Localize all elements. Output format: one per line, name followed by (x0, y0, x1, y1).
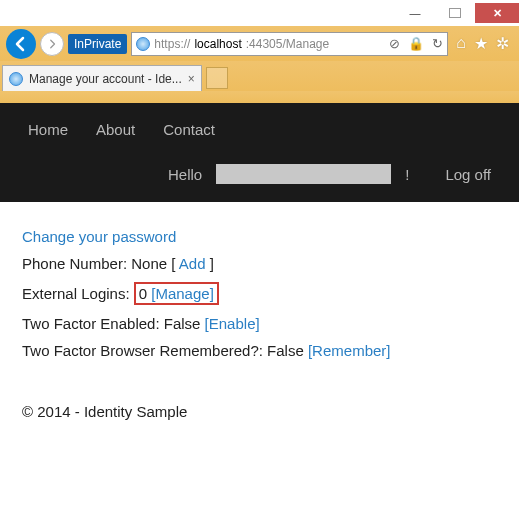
manage-content: Change your password Phone Number: None … (0, 202, 519, 436)
forward-button[interactable] (40, 32, 64, 56)
browser-tab[interactable]: Manage your account - Ide... × (2, 65, 202, 91)
new-tab-button[interactable] (206, 67, 228, 89)
tfb-label: Two Factor Browser Remembered?: (22, 342, 267, 359)
external-logins-label: External Logins: (22, 285, 130, 302)
site-navbar: Home About Contact Hello ! Log off (0, 103, 519, 202)
page-viewport: Home About Contact Hello ! Log off Chang… (0, 103, 519, 529)
logoff-link[interactable]: Log off (445, 166, 491, 183)
tfe-enable-link[interactable]: [Enable] (205, 315, 260, 332)
gear-icon[interactable]: ✲ (496, 34, 509, 53)
chrome-right-icons: ⌂ ★ ✲ (452, 34, 513, 53)
tab-favicon-icon (9, 72, 23, 86)
change-password-link[interactable]: Change your password (22, 228, 176, 245)
tab-strip: Manage your account - Ide... × (0, 61, 519, 91)
tfe-value: False (164, 315, 201, 332)
external-logins-highlight: 0 [Manage] (134, 282, 219, 305)
nav-home[interactable]: Home (28, 121, 68, 138)
tfb-remember-link[interactable]: [Remember] (308, 342, 391, 359)
external-logins-row: External Logins: 0 [Manage] (22, 282, 497, 305)
tfb-value: False (267, 342, 304, 359)
greeting-excl: ! (405, 166, 409, 183)
refresh-icon[interactable]: ↻ (432, 36, 443, 51)
phone-value: None (131, 255, 167, 272)
favorites-star-icon[interactable]: ★ (474, 34, 488, 53)
bracket-open: [ (167, 255, 179, 272)
phone-add-link[interactable]: Add (179, 255, 206, 272)
two-factor-enabled-row: Two Factor Enabled: False [Enable] (22, 315, 497, 332)
address-bar[interactable]: https://localhost:44305/Manage ⊘ 🔒 ↻ (131, 32, 448, 56)
phone-row: Phone Number: None [ Add ] (22, 255, 497, 272)
two-factor-browser-row: Two Factor Browser Remembered?: False [R… (22, 342, 497, 359)
ie-favicon-icon (136, 37, 150, 51)
greeting-label: Hello (168, 166, 202, 183)
window-minimize-button[interactable]: — (395, 3, 435, 23)
back-button[interactable] (6, 29, 36, 59)
tab-close-icon[interactable]: × (188, 72, 195, 86)
window-maximize-button[interactable] (435, 3, 475, 23)
phone-label: Phone Number: (22, 255, 131, 272)
tfe-label: Two Factor Enabled: (22, 315, 164, 332)
window-close-button[interactable]: ✕ (475, 3, 519, 23)
nav-contact[interactable]: Contact (163, 121, 215, 138)
username-redacted[interactable] (216, 164, 391, 184)
url-protocol: https:// (154, 37, 190, 51)
external-logins-manage-link[interactable]: [Manage] (151, 285, 214, 302)
footer: © 2014 - Identity Sample (22, 403, 497, 420)
inprivate-badge: InPrivate (68, 34, 127, 54)
browser-toolbar: InPrivate https://localhost:44305/Manage… (0, 26, 519, 61)
stop-icon[interactable]: ⊘ (389, 36, 400, 51)
window-titlebar: — ✕ (0, 0, 519, 26)
url-path: :44305/Manage (246, 37, 329, 51)
external-logins-count: 0 (139, 285, 147, 302)
lock-icon: 🔒 (408, 36, 424, 51)
url-host: localhost (194, 37, 241, 51)
home-icon[interactable]: ⌂ (456, 34, 466, 53)
bracket-close: ] (205, 255, 213, 272)
nav-about[interactable]: About (96, 121, 135, 138)
tab-title: Manage your account - Ide... (29, 72, 182, 86)
